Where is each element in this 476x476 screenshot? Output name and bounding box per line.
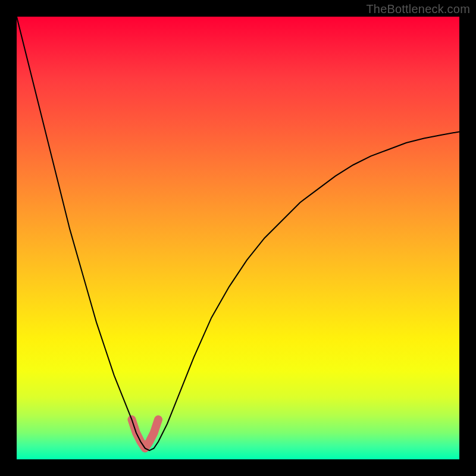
watermark-text: TheBottleneck.com: [366, 2, 470, 16]
chart-frame: TheBottleneck.com: [0, 0, 476, 476]
bottleneck-curve: [17, 17, 459, 450]
curve-highlight: [131, 419, 158, 448]
chart-svg: [17, 17, 459, 459]
plot-area: [17, 17, 459, 459]
